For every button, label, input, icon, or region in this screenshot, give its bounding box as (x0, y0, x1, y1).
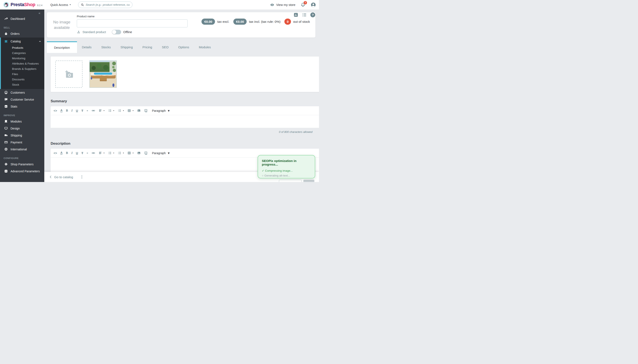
underline-icon[interactable]: U (76, 152, 78, 155)
go-to-catalog-link[interactable]: Go to catalog (49, 175, 73, 179)
strikethrough-icon[interactable]: T (82, 109, 83, 112)
quick-access-dropdown[interactable]: Quick Access ▼ (51, 3, 71, 6)
chevron-down-icon: ▼ (70, 4, 71, 6)
sidebar-item-advanced-parameters[interactable]: Advanced Parameters (0, 168, 44, 174)
link-icon[interactable] (92, 151, 95, 155)
ordered-list-icon[interactable]: ▼ (118, 109, 124, 112)
media-icon[interactable] (144, 109, 148, 112)
tab-description[interactable]: Description (47, 41, 77, 53)
trending-up-icon (4, 17, 8, 20)
paragraph-style-dropdown[interactable]: Paragraph▼ (152, 152, 170, 155)
product-image-thumbnail[interactable] (90, 60, 117, 88)
sidebar-subitem-products[interactable]: Products (1, 45, 44, 50)
unordered-list-icon[interactable]: ▼ (108, 151, 114, 155)
summary-editor-content[interactable] (51, 115, 319, 128)
sidebar-item-payment[interactable]: Payment (0, 139, 44, 146)
align-icon[interactable]: ▼ (99, 151, 105, 155)
sidebar-item-customers[interactable]: Customers (0, 89, 44, 96)
eye-icon (270, 3, 274, 7)
sidebar-subitem-brands-suppliers[interactable]: Brands & Suppliers (1, 66, 44, 72)
tab-options[interactable]: Options (173, 41, 194, 53)
sidebar-item-shop-parameters[interactable]: Shop Parameters (0, 161, 44, 168)
sidebar-item-stats[interactable]: Stats (0, 103, 44, 110)
table-icon[interactable]: ▼ (128, 109, 134, 112)
sidebar-subitem-stock[interactable]: Stock (1, 82, 44, 87)
text-color-icon[interactable]: A (60, 109, 63, 112)
align-icon[interactable]: ▼ (99, 109, 105, 112)
italic-icon[interactable]: I (71, 109, 73, 112)
sidebar-subitem-monitoring[interactable]: Monitoring (1, 56, 44, 61)
add-image-dropzone[interactable] (55, 60, 83, 88)
table-icon[interactable]: ▼ (128, 151, 134, 155)
bold-icon[interactable]: B (66, 109, 68, 112)
bold-icon[interactable]: B (66, 151, 68, 155)
underline-icon[interactable]: U (76, 109, 78, 112)
tab-stocks[interactable]: Stocks (97, 41, 116, 53)
link-icon[interactable] (92, 109, 95, 112)
search-input[interactable] (86, 3, 130, 6)
tab-details[interactable]: Details (77, 41, 97, 53)
sidebar-subitem-categories[interactable]: Categories (1, 50, 44, 56)
footer-secondary-button[interactable] (279, 180, 302, 182)
tab-shipping[interactable]: Shipping (116, 41, 138, 53)
tab-pricing[interactable]: Pricing (138, 41, 157, 53)
sidebar-item-international[interactable]: International (0, 146, 44, 153)
prestashop-logo[interactable]: PrestaShop 8.2.4 (3, 2, 43, 8)
chat-icon (4, 98, 8, 101)
status-label: Offline (123, 30, 132, 34)
more-actions-menu[interactable] (80, 175, 84, 179)
online-status-toggle[interactable] (112, 30, 121, 34)
footer-primary-button[interactable] (303, 180, 314, 182)
tab-modules[interactable]: Modules (194, 41, 216, 53)
sidebar-item-design[interactable]: Design (0, 125, 44, 132)
image-gallery-panel (51, 56, 319, 92)
image-icon[interactable] (137, 109, 141, 112)
unordered-list-icon[interactable]: ▼ (108, 109, 114, 112)
sidebar-subitem-files[interactable]: Files (1, 72, 44, 77)
sidebar-collapse-button[interactable]: « (0, 10, 44, 15)
sidebar-item-orders[interactable]: Orders (0, 30, 44, 37)
text-color-icon[interactable]: A (60, 151, 63, 155)
sidebar-section-label: IMPROVE (0, 110, 44, 118)
global-search[interactable] (78, 2, 133, 8)
gear-icon (4, 162, 8, 166)
sidebar-subitem-discounts[interactable]: Discounts (1, 77, 44, 82)
badge-label: tax incl. (tax rule: 0%) (249, 20, 280, 24)
list-view-icon[interactable] (302, 12, 307, 17)
view-my-store-link[interactable]: View my store (270, 3, 295, 7)
chevron-left-icon (49, 175, 52, 179)
sidebar-item-catalog[interactable]: Catalog (1, 38, 44, 45)
sidebar-item-dashboard[interactable]: Dashboard (0, 15, 44, 22)
toast-step-done: ✓ Compressing image... (262, 169, 311, 172)
sidebar-item-shipping[interactable]: Shipping (0, 132, 44, 139)
product-name-input[interactable] (77, 20, 188, 28)
italic-icon[interactable]: I (71, 151, 73, 155)
blockquote-icon[interactable]: ” (87, 109, 88, 112)
sidebar: « DashboardSELLOrdersCatalogProductsCate… (0, 10, 44, 182)
sidebar-item-modules[interactable]: Modules (0, 118, 44, 125)
puzzle-icon (4, 120, 8, 123)
stats-icon (4, 104, 8, 108)
source-code-icon[interactable]: <> (54, 152, 57, 155)
media-icon[interactable] (144, 151, 148, 155)
product-type-label[interactable]: Standard product (83, 30, 106, 34)
sidebar-section-label: SELL (0, 22, 44, 30)
sidebar-subitem-attributes-features[interactable]: Attributes & Features (1, 61, 44, 66)
toast-steps: ✓ Compressing image...○ Generating alt-t… (262, 169, 311, 177)
blockquote-icon[interactable]: ” (87, 152, 88, 154)
stats-panel-icon[interactable] (293, 12, 298, 17)
paragraph-style-dropdown[interactable]: Paragraph▼ (152, 109, 170, 112)
source-code-icon[interactable]: <> (54, 109, 57, 112)
toast-step-pending: ○ Generating alt-text... (262, 174, 311, 177)
image-icon[interactable] (137, 151, 141, 155)
sidebar-item-customer-service[interactable]: Customer Service (0, 96, 44, 103)
tab-seo[interactable]: SEO (157, 41, 173, 53)
help-icon[interactable]: ? (310, 12, 315, 17)
caret-down-icon: ▼ (123, 110, 124, 111)
notifications-button[interactable]: 7 (300, 2, 306, 8)
product-tabs: DescriptionDetailsStocksShippingPricingS… (47, 41, 315, 53)
ordered-list-icon[interactable]: ▼ (118, 151, 124, 155)
store-icon (4, 40, 8, 43)
strikethrough-icon[interactable]: T (82, 152, 83, 155)
user-avatar[interactable] (311, 2, 316, 8)
